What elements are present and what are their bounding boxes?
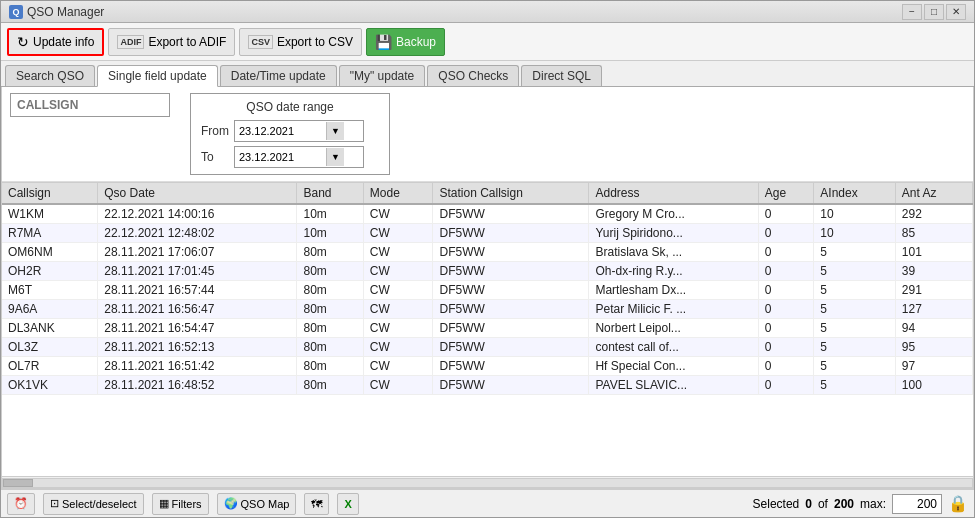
table-row[interactable]: OL7R28.11.2021 16:51:4280mCWDF5WWHf Spec… <box>2 357 973 376</box>
table-cell: 0 <box>758 376 814 395</box>
horizontal-scrollbar[interactable] <box>2 476 973 488</box>
tab-my-update[interactable]: "My" update <box>339 65 426 86</box>
from-date-input[interactable] <box>239 125 324 137</box>
table-cell: CW <box>363 300 433 319</box>
globe-btn[interactable]: 🗺 <box>304 493 329 515</box>
table-cell: 9A6A <box>2 300 98 319</box>
from-date-dropdown[interactable]: ▼ <box>326 122 344 140</box>
table-row[interactable]: OK1VK28.11.2021 16:48:5280mCWDF5WWPAVEL … <box>2 376 973 395</box>
clock-button[interactable]: ⏰ <box>7 493 35 515</box>
table-cell: 80m <box>297 281 363 300</box>
export-adif-button[interactable]: ADIF Export to ADIF <box>108 28 235 56</box>
table-row[interactable]: OH2R28.11.2021 17:01:4580mCWDF5WWOh-dx-r… <box>2 262 973 281</box>
table-cell: 22.12.2021 12:48:02 <box>98 224 297 243</box>
to-date-dropdown[interactable]: ▼ <box>326 148 344 166</box>
max-label: max: <box>860 497 886 511</box>
window-title: QSO Manager <box>27 5 902 19</box>
selected-count: 0 <box>805 497 812 511</box>
table-cell: 5 <box>814 243 895 262</box>
table-cell: 95 <box>895 338 972 357</box>
table-cell: DF5WW <box>433 376 589 395</box>
backup-button[interactable]: 💾 Backup <box>366 28 445 56</box>
table-row[interactable]: DL3ANK28.11.2021 16:54:4780mCWDF5WWNorbe… <box>2 319 973 338</box>
table-cell: Norbert Leipol... <box>589 319 758 338</box>
content-area: QSO date range From ▼ To ▼ <box>1 87 974 489</box>
minimize-button[interactable]: − <box>902 4 922 20</box>
table-cell: Petar Milicic F. ... <box>589 300 758 319</box>
table-cell: 0 <box>758 204 814 224</box>
to-date-wrap: ▼ <box>234 146 364 168</box>
close-button[interactable]: ✕ <box>946 4 966 20</box>
from-label: From <box>201 124 226 138</box>
app-icon: Q <box>9 5 23 19</box>
qso-table: Callsign Qso Date Band Mode Station Call… <box>2 183 973 395</box>
table-row[interactable]: W1KM22.12.2021 14:00:1610mCWDF5WWGregory… <box>2 204 973 224</box>
table-row[interactable]: R7MA22.12.2021 12:48:0210mCWDF5WWYurij S… <box>2 224 973 243</box>
table-cell: 28.11.2021 16:48:52 <box>98 376 297 395</box>
clock-icon: ⏰ <box>14 497 28 510</box>
table-cell: OH2R <box>2 262 98 281</box>
export-adif-label: Export to ADIF <box>148 35 226 49</box>
excel-btn[interactable]: X <box>337 493 358 515</box>
tab-datetime-update[interactable]: Date/Time update <box>220 65 337 86</box>
update-info-icon: ↻ <box>17 34 29 50</box>
export-csv-button[interactable]: CSV Export to CSV <box>239 28 362 56</box>
tab-search-qso[interactable]: Search QSO <box>5 65 95 86</box>
tab-direct-sql[interactable]: Direct SQL <box>521 65 602 86</box>
callsign-input[interactable] <box>10 93 170 117</box>
table-cell: 80m <box>297 262 363 281</box>
qso-map-button[interactable]: 🌍 QSO Map <box>217 493 297 515</box>
tab-qso-checks[interactable]: QSO Checks <box>427 65 519 86</box>
globe-icon: 🗺 <box>311 498 322 510</box>
col-callsign: Callsign <box>2 183 98 204</box>
to-date-input[interactable] <box>239 151 324 163</box>
backup-label: Backup <box>396 35 436 49</box>
scrollbar-track[interactable] <box>2 478 973 488</box>
filters-button[interactable]: ▦ Filters <box>152 493 209 515</box>
table-cell: 28.11.2021 16:54:47 <box>98 319 297 338</box>
table-cell: 5 <box>814 338 895 357</box>
table-cell: OL3Z <box>2 338 98 357</box>
tab-single-field-update[interactable]: Single field update <box>97 65 218 87</box>
table-cell: Yurij Spiridono... <box>589 224 758 243</box>
table-cell: 0 <box>758 224 814 243</box>
status-bar: ⏰ ⊡ Select/deselect ▦ Filters 🌍 QSO Map … <box>1 489 974 517</box>
col-age: Age <box>758 183 814 204</box>
table-row[interactable]: OM6NM28.11.2021 17:06:0780mCWDF5WWBratis… <box>2 243 973 262</box>
table-cell: 39 <box>895 262 972 281</box>
tab-bar: Search QSO Single field update Date/Time… <box>1 61 974 87</box>
table-cell: 5 <box>814 281 895 300</box>
maximize-button[interactable]: □ <box>924 4 944 20</box>
table-cell: 80m <box>297 338 363 357</box>
table-cell: 10m <box>297 224 363 243</box>
table-cell: PAVEL SLAVIC... <box>589 376 758 395</box>
table-cell: 97 <box>895 357 972 376</box>
col-band: Band <box>297 183 363 204</box>
table-cell: 28.11.2021 16:52:13 <box>98 338 297 357</box>
table-row[interactable]: 9A6A28.11.2021 16:56:4780mCWDF5WWPetar M… <box>2 300 973 319</box>
select-deselect-button[interactable]: ⊡ Select/deselect <box>43 493 144 515</box>
update-info-label: Update info <box>33 35 94 49</box>
table-cell: CW <box>363 281 433 300</box>
table-row[interactable]: OL3Z28.11.2021 16:52:1380mCWDF5WWcontest… <box>2 338 973 357</box>
lock-icon[interactable]: 🔒 <box>948 494 968 513</box>
table-cell: DF5WW <box>433 338 589 357</box>
date-range-title: QSO date range <box>201 100 379 114</box>
table-cell: 28.11.2021 17:01:45 <box>98 262 297 281</box>
table-cell: 28.11.2021 16:57:44 <box>98 281 297 300</box>
table-cell: 28.11.2021 16:56:47 <box>98 300 297 319</box>
search-area: QSO date range From ▼ To ▼ <box>2 87 973 182</box>
table-cell: DF5WW <box>433 319 589 338</box>
max-input[interactable] <box>892 494 942 514</box>
table-cell: 5 <box>814 357 895 376</box>
table-row[interactable]: M6T28.11.2021 16:57:4480mCWDF5WWMartlesh… <box>2 281 973 300</box>
table-container[interactable]: Callsign Qso Date Band Mode Station Call… <box>2 182 973 476</box>
export-csv-label: Export to CSV <box>277 35 353 49</box>
table-cell: contest call of... <box>589 338 758 357</box>
table-cell: 0 <box>758 262 814 281</box>
scrollbar-thumb[interactable] <box>3 479 33 487</box>
table-cell: 5 <box>814 319 895 338</box>
update-info-button[interactable]: ↻ Update info <box>7 28 104 56</box>
total-count: 200 <box>834 497 854 511</box>
table-cell: DF5WW <box>433 262 589 281</box>
